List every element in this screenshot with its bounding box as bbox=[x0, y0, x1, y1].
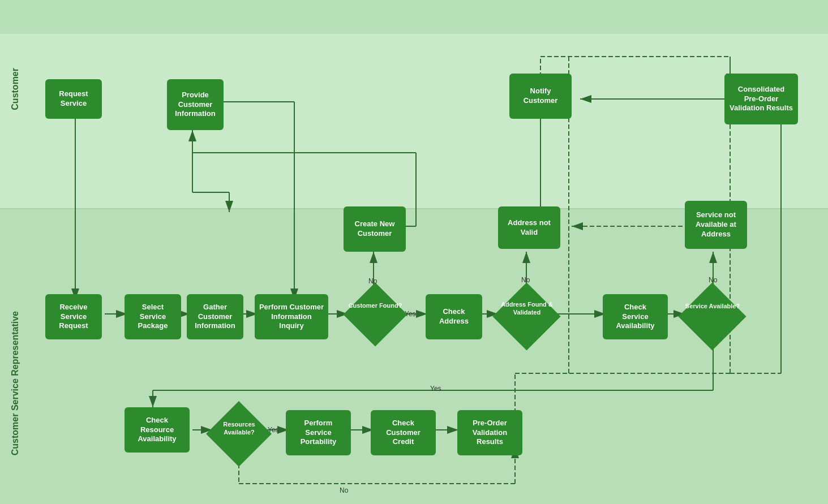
resources-available-container: Resources Available? bbox=[209, 404, 269, 464]
create-new-customer-label: Create New Customer bbox=[355, 219, 395, 239]
lane-label-customer: Customer bbox=[10, 68, 20, 110]
yes-label-customer-found: Yes bbox=[405, 310, 416, 318]
no-label-service: No bbox=[709, 276, 717, 284]
service-available-container: Service Available? bbox=[682, 286, 743, 347]
lane-label-csr: Customer Service Representative bbox=[10, 311, 20, 455]
yes-label-resources: Yes bbox=[268, 426, 279, 434]
address-not-valid-box: Address not Valid bbox=[498, 206, 560, 249]
check-address-label: Check Address bbox=[439, 307, 469, 326]
receive-service-request-box: Receive Service Request bbox=[45, 294, 102, 339]
perform-customer-inquiry-box: Perform Customer Information Inquiry bbox=[255, 294, 328, 339]
check-customer-credit-box: Check Customer Credit bbox=[371, 410, 436, 455]
lane-customer bbox=[0, 34, 828, 209]
check-service-availability-box: Check Service Availability bbox=[603, 294, 668, 339]
service-not-available-label: Service not Available at Address bbox=[696, 210, 736, 239]
perform-service-portability-box: Perform Service Portability bbox=[286, 410, 351, 455]
consolidated-preorder-box: Consolidated Pre-Order Validation Result… bbox=[724, 74, 798, 124]
customer-found-diamond bbox=[343, 282, 407, 346]
select-service-package-box: Select Service Package bbox=[125, 294, 181, 339]
no-label-resources: No bbox=[340, 486, 348, 494]
resources-available-label: Resources Available? bbox=[209, 420, 269, 437]
lane-csr bbox=[0, 209, 828, 504]
check-service-availability-label: Check Service Availability bbox=[616, 303, 654, 331]
gather-customer-info-label: Gather Customer Information bbox=[195, 303, 235, 331]
create-new-customer-box: Create New Customer bbox=[344, 206, 406, 252]
check-customer-credit-label: Check Customer Credit bbox=[386, 419, 421, 447]
select-service-package-label: Select Service Package bbox=[138, 303, 168, 331]
service-not-available-box: Service not Available at Address bbox=[685, 201, 747, 249]
address-found-container: Address Found & Validated bbox=[496, 286, 557, 347]
provide-customer-info-box: Provide Customer Information bbox=[167, 79, 224, 130]
perform-service-portability-label: Perform Service Portability bbox=[301, 419, 337, 447]
preorder-validation-results-label: Pre-Order Validation Results bbox=[473, 419, 507, 447]
preorder-validation-results-box: Pre-Order Validation Results bbox=[457, 410, 522, 455]
check-resource-availability-box: Check Resource Availability bbox=[125, 407, 190, 453]
request-service-label: Request Service bbox=[59, 89, 88, 109]
perform-customer-inquiry-label: Perform Customer Information Inquiry bbox=[258, 303, 325, 331]
provide-customer-info-label: Provide Customer Information bbox=[175, 91, 216, 119]
no-label-customer-found: No bbox=[368, 277, 377, 285]
check-address-box: Check Address bbox=[426, 294, 482, 339]
yes-label-service: Yes bbox=[430, 385, 441, 393]
no-label-address: No bbox=[521, 276, 530, 284]
gather-customer-info-box: Gather Customer Information bbox=[187, 294, 243, 339]
receive-service-request-label: Receive Service Request bbox=[59, 303, 88, 331]
address-not-valid-label: Address not Valid bbox=[508, 218, 551, 238]
request-service-box: Request Service bbox=[45, 79, 102, 119]
customer-found-label: Customer Found? bbox=[347, 302, 404, 309]
notify-customer-box: Notify Customer bbox=[509, 74, 572, 119]
diagram-container: Customer Customer Service Representative bbox=[0, 0, 828, 504]
consolidated-preorder-label: Consolidated Pre-Order Validation Result… bbox=[730, 85, 793, 114]
address-found-label: Address Found & Validated bbox=[496, 300, 557, 317]
notify-customer-label: Notify Customer bbox=[524, 87, 558, 106]
service-available-label: Service Available? bbox=[682, 302, 743, 310]
service-available-diamond bbox=[678, 282, 746, 350]
customer-found-container: Customer Found? bbox=[347, 286, 404, 343]
check-resource-availability-label: Check Resource Availability bbox=[138, 416, 176, 445]
